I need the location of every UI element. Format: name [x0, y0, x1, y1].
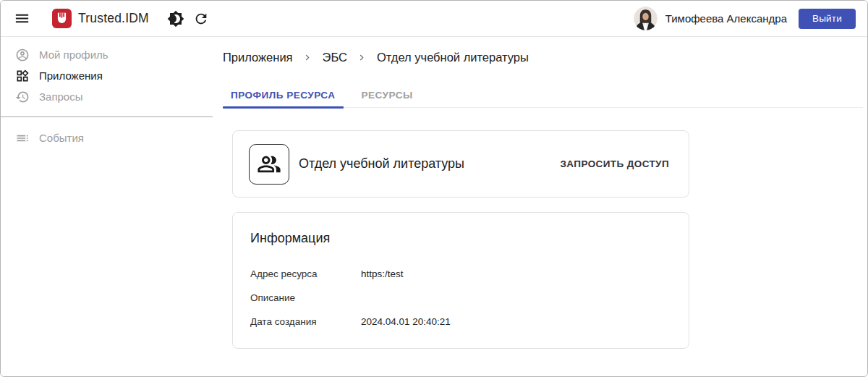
info-value: 2024.04.01 20:40:21: [361, 316, 451, 327]
info-row-address: Адрес ресурса https:/test: [250, 266, 671, 281]
breadcrumb: Приложения ЭБС Отдел учебной литературы: [223, 51, 529, 64]
avatar[interactable]: [634, 7, 658, 30]
sidebar: Мой профиль Приложения Запросы События: [1, 37, 213, 376]
history-icon: [15, 90, 30, 104]
top-bar: Trusted.IDM: [1, 1, 867, 37]
sidebar-item-label: Мой профиль: [39, 48, 109, 61]
sidebar-item-requests[interactable]: Запросы: [1, 86, 213, 107]
tab-resources[interactable]: РЕСУРСЫ: [354, 83, 421, 107]
sidebar-item-label: События: [39, 132, 84, 144]
account-circle-icon: [15, 48, 30, 62]
app-title: Trusted.IDM: [78, 11, 149, 26]
resource-title: Отдел учебной литературы: [299, 156, 464, 171]
user-name: Тимофеева Александра: [665, 12, 787, 25]
toc-icon: [15, 131, 30, 145]
topbar-user-area: Тимофеева Александра Выйти: [634, 7, 856, 30]
app-logo-icon: [52, 9, 72, 28]
resource-card: Отдел учебной литературы ЗАПРОСИТЬ ДОСТУ…: [232, 130, 689, 198]
info-rows: Адрес ресурса https:/test Описание Дата …: [250, 266, 671, 329]
sidebar-item-my-profile[interactable]: Мой профиль: [1, 44, 213, 65]
tab-bar: ПРОФИЛЬ РЕСУРСА РЕСУРСЫ: [223, 83, 863, 108]
info-label: Описание: [250, 292, 361, 303]
sidebar-item-label: Приложения: [39, 69, 103, 82]
info-label: Адрес ресурса: [250, 268, 361, 279]
main-content: Приложения ЭБС Отдел учебной литературы …: [223, 37, 867, 376]
theme-toggle-icon[interactable]: [167, 10, 184, 27]
menu-icon[interactable]: [14, 10, 30, 27]
chevron-right-icon: [356, 51, 368, 64]
chevron-right-icon: [302, 51, 314, 64]
logout-button[interactable]: Выйти: [799, 9, 856, 29]
info-card: Информация Адрес ресурса https:/test Опи…: [232, 212, 689, 349]
sidebar-divider: [1, 117, 213, 117]
app-window: Trusted.IDM: [0, 0, 868, 377]
tab-label: РЕСУРСЫ: [362, 90, 413, 101]
info-row-created-date: Дата создания 2024.04.01 20:40:21: [250, 314, 671, 329]
people-group-icon: [249, 144, 289, 185]
breadcrumb-item-ebs[interactable]: ЭБС: [323, 51, 347, 64]
info-label: Дата создания: [250, 316, 361, 327]
sidebar-item-label: Запросы: [39, 90, 83, 103]
tab-label: ПРОФИЛЬ РЕСУРСА: [231, 90, 336, 101]
tab-resource-profile[interactable]: ПРОФИЛЬ РЕСУРСА: [223, 83, 344, 107]
sidebar-item-applications[interactable]: Приложения: [1, 65, 213, 86]
info-card-title: Информация: [250, 230, 671, 246]
brand[interactable]: Trusted.IDM: [52, 9, 149, 28]
info-row-description: Описание: [250, 290, 671, 305]
breadcrumb-item-current: Отдел учебной литературы: [377, 51, 529, 64]
info-value: https:/test: [361, 268, 404, 279]
request-access-button[interactable]: ЗАПРОСИТЬ ДОСТУП: [561, 158, 670, 169]
widgets-icon: [15, 69, 30, 83]
refresh-icon[interactable]: [193, 11, 209, 27]
sidebar-item-events[interactable]: События: [1, 127, 213, 148]
breadcrumb-item-applications[interactable]: Приложения: [223, 51, 293, 64]
